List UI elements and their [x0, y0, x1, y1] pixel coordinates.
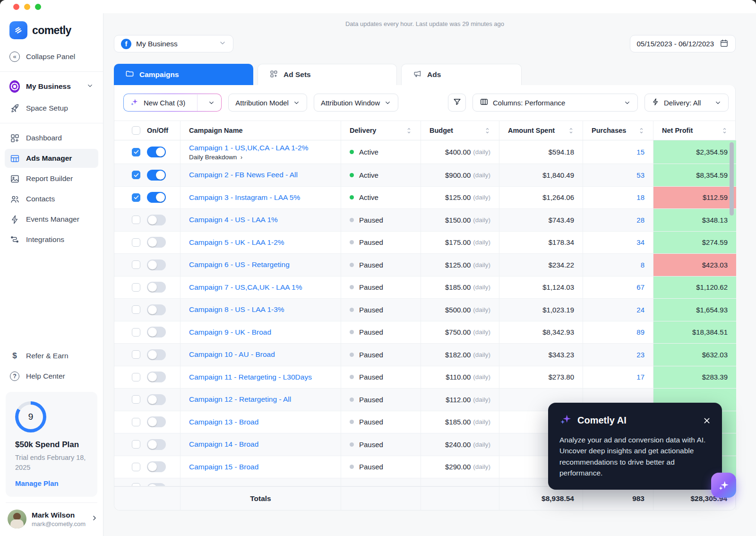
filter-button[interactable] [448, 94, 466, 112]
account-selector[interactable]: f My Business [114, 35, 233, 52]
campaign-toggle[interactable] [147, 147, 166, 157]
campaign-name-link[interactable]: Campaign 8 - US - LAA 1-3% [189, 305, 284, 314]
sidebar-item-my-business[interactable]: My Business [5, 77, 98, 96]
row-checkbox[interactable] [132, 483, 140, 486]
campaign-toggle[interactable] [147, 237, 166, 248]
purchases-link[interactable]: 23 [636, 351, 644, 359]
tab-ads[interactable]: Ads [401, 64, 522, 85]
campaign-name-link[interactable]: Campaign 1 - US,UK,CA - LAA 1-2% [189, 144, 308, 152]
user-menu[interactable]: Mark Wilson mark@cometly.com [6, 502, 97, 536]
purchases-link[interactable]: 67 [636, 283, 644, 291]
row-checkbox[interactable] [132, 260, 140, 269]
row-checkbox[interactable] [132, 463, 140, 471]
campaign-toggle[interactable] [147, 416, 166, 427]
campaign-toggle[interactable] [147, 483, 166, 486]
purchases-link[interactable]: 8 [641, 261, 644, 269]
columns-dropdown[interactable]: Columns: Performance [472, 94, 638, 112]
campaign-toggle[interactable] [147, 282, 166, 293]
row-checkbox[interactable] [132, 171, 140, 179]
row-checkbox[interactable] [132, 373, 140, 381]
row-checkbox[interactable] [132, 440, 140, 449]
campaign-name-link[interactable]: Campaign 14 - Broad [189, 440, 258, 449]
purchases-link[interactable]: 53 [636, 171, 644, 179]
campaign-toggle[interactable] [147, 304, 166, 315]
sparkles-icon [559, 413, 572, 428]
sidebar-item-dashboard[interactable]: Dashboard [5, 129, 98, 147]
sort-icon[interactable] [568, 127, 574, 134]
attribution-model-dropdown[interactable]: Attribution Model [228, 94, 307, 112]
row-checkbox[interactable] [132, 216, 140, 224]
campaign-name-link[interactable]: Campaign 2 - FB News Feed - All [189, 171, 298, 179]
purchases-link[interactable]: 18 [636, 193, 644, 201]
row-checkbox[interactable] [132, 395, 140, 404]
campaign-toggle[interactable] [147, 372, 166, 382]
campaign-toggle[interactable] [147, 394, 166, 405]
campaign-toggle[interactable] [147, 259, 166, 270]
sidebar-item-events-manager[interactable]: Events Manager [5, 210, 98, 229]
sidebar-item-integrations[interactable]: Integrations [5, 230, 98, 249]
ai-assistant-fab[interactable] [711, 473, 736, 498]
tab-campaigns[interactable]: Campaigns [114, 64, 253, 85]
purchases-link[interactable]: 15 [636, 148, 644, 156]
sidebar-item-contacts[interactable]: Contacts [5, 190, 98, 208]
purchases-link[interactable]: 34 [636, 238, 644, 246]
tab-ad-sets[interactable]: Ad Sets [258, 64, 397, 85]
campaign-toggle[interactable] [147, 327, 166, 337]
row-checkbox[interactable] [132, 328, 140, 337]
campaign-name-link[interactable]: Campaign 3 - Instagram - LAA 5% [189, 193, 300, 202]
campaign-name-link[interactable]: Campaign 11 - Retargeting - L30Days [189, 373, 312, 381]
campaign-toggle[interactable] [147, 192, 166, 203]
campaign-name-link[interactable]: Campaign 10 - AU - Broad [189, 350, 275, 359]
campaign-name-link[interactable]: Campaign 5 - UK - LAA 1-2% [189, 238, 284, 247]
sidebar-item-refer-earn[interactable]: $Refer & Earn [5, 346, 98, 365]
status-dot [350, 150, 354, 154]
row-checkbox[interactable] [132, 193, 140, 202]
amount-spent-value: $1,023.19 [499, 299, 583, 321]
spend-plan-card: 9 $50k Spend Plan Trial ends February 18… [6, 392, 97, 497]
close-icon[interactable] [703, 417, 711, 424]
minimize-window-button[interactable] [24, 4, 30, 10]
attribution-window-dropdown[interactable]: Attribution Window [314, 94, 398, 112]
campaign-toggle[interactable] [147, 349, 166, 360]
row-checkbox[interactable] [132, 305, 140, 314]
sidebar-item-ads-manager[interactable]: Ads Manager [5, 149, 98, 168]
campaign-toggle[interactable] [147, 170, 166, 181]
row-checkbox[interactable] [132, 283, 140, 292]
collapse-panel-button[interactable]: « Collapse Panel [5, 47, 98, 66]
row-checkbox[interactable] [132, 350, 140, 359]
purchases-link[interactable]: 89 [636, 328, 644, 336]
campaign-toggle[interactable] [147, 461, 166, 472]
purchases-link[interactable]: 17 [636, 373, 644, 381]
campaign-name-link[interactable]: Campaign 15 - Broad [189, 463, 258, 471]
zoom-window-button[interactable] [35, 4, 41, 10]
daily-breakdown-link[interactable]: Daily Breakdown › [189, 154, 242, 161]
campaign-name-link[interactable]: Campaign 6 - US - Retargeting [189, 260, 290, 269]
campaign-toggle[interactable] [147, 439, 166, 450]
select-all-checkbox[interactable] [132, 126, 140, 135]
purchases-link[interactable]: 24 [636, 306, 644, 314]
sidebar-item-space-setup[interactable]: Space Setup [5, 99, 98, 118]
close-window-button[interactable] [13, 4, 19, 10]
campaign-name-link[interactable]: Campaign 7 - US,CA,UK - LAA 1% [189, 283, 302, 292]
sort-icon[interactable] [406, 127, 412, 134]
sidebar-item-report-builder[interactable]: Report Builder [5, 169, 98, 188]
date-range-picker[interactable]: 05/15/2023 - 06/12/2023 [630, 35, 736, 52]
campaign-toggle[interactable] [147, 215, 166, 225]
sort-icon[interactable] [638, 127, 644, 134]
purchases-link[interactable]: 28 [636, 216, 644, 224]
campaign-name-link[interactable]: Campaign 13 - Broad [189, 418, 258, 426]
campaign-name-link[interactable]: Campaign 4 - US - LAA 1% [189, 216, 278, 224]
sidebar-item-help-center[interactable]: ?Help Center [5, 367, 98, 386]
new-chat-dropdown-caret[interactable] [202, 95, 221, 111]
campaign-name-link[interactable]: Campaign 12 - Retargeting - All [189, 395, 291, 404]
row-checkbox[interactable] [132, 238, 140, 247]
new-chat-button[interactable]: New Chat (3) [123, 94, 222, 112]
manage-plan-link[interactable]: Manage Plan [15, 479, 88, 487]
table-scrollbar[interactable] [730, 142, 734, 216]
sort-icon[interactable] [722, 127, 728, 134]
delivery-filter-dropdown[interactable]: Delivery: All [644, 94, 729, 112]
row-checkbox[interactable] [132, 418, 140, 426]
sort-icon[interactable] [484, 127, 490, 134]
campaign-name-link[interactable]: Campaign 9 - UK - Broad [189, 328, 271, 337]
row-checkbox[interactable] [132, 148, 140, 156]
